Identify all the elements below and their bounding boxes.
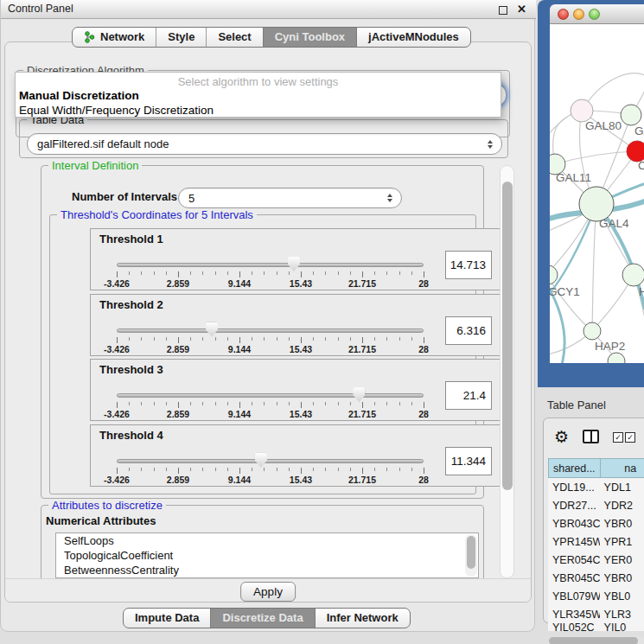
apply-button[interactable]: Apply [240, 582, 296, 602]
threshold-value-field[interactable]: 21.4 [445, 381, 492, 410]
tick-mark [424, 468, 424, 474]
network-node[interactable] [622, 264, 644, 286]
algorithm-placeholder-option[interactable]: Select algorithm to view settings [16, 75, 501, 88]
tick-mark [313, 337, 314, 341]
tick-label: 28 [418, 409, 429, 419]
node-label-c: C [638, 159, 644, 172]
tick-label: -3.426 [104, 278, 130, 289]
table-cell: YDR27... [548, 496, 600, 514]
table-cell: YDL19... [548, 478, 600, 496]
table-row[interactable]: YBL079WYBL0 [548, 587, 644, 605]
tick-mark [374, 468, 375, 471]
threshold-panel-3: Threshold 3-3.4262.8599.14415.4321.71528… [90, 359, 505, 421]
tab-cyni-toolbox[interactable]: Cyni Toolbox [263, 28, 356, 47]
number-of-intervals-combobox[interactable]: 5 [178, 188, 402, 208]
table-row[interactable]: YDL19...YDL1 [548, 478, 644, 496]
tick-mark [374, 337, 375, 341]
tick-label: 2.859 [167, 475, 189, 485]
tab-discretize-data[interactable]: Discretize Data [210, 609, 314, 628]
table-header-row: shared...na [548, 458, 644, 478]
tick-mark [350, 468, 351, 471]
slider-thumb[interactable] [353, 387, 365, 402]
float-window-icon[interactable] [499, 6, 507, 15]
tick-mark [227, 402, 228, 405]
list-scrollbar[interactable] [465, 534, 477, 577]
network-canvas[interactable]: GAL80GACGAL11GAL4GCY1HHAP2 [550, 24, 644, 363]
table-cell: YDR2 [600, 496, 644, 514]
threshold-value-field[interactable]: 6.316 [445, 316, 492, 345]
algorithm-option-equal-width-frequency-discretization[interactable]: Equal Width/Frequency Discretization [19, 104, 214, 117]
tab-impute-data[interactable]: Impute Data [124, 609, 210, 628]
table-row[interactable]: YBR045CYBR0 [548, 569, 644, 587]
tick-mark [424, 271, 424, 277]
threshold-panel-2: Threshold 2-3.4262.8599.14415.4321.71528… [90, 294, 505, 356]
tick-mark [202, 402, 203, 405]
checkbox-icon[interactable]: ✓ [613, 432, 623, 443]
slider-thumb[interactable] [288, 257, 300, 271]
network-node[interactable] [579, 187, 614, 221]
combo-arrows-icon [387, 194, 392, 202]
slider-track[interactable] [117, 459, 424, 463]
tick-mark [129, 468, 130, 471]
tick-label: 21.715 [348, 278, 376, 289]
content-scrollbar[interactable] [500, 165, 514, 578]
table-hscrollbar[interactable] [548, 636, 644, 644]
tick-mark [325, 402, 326, 405]
tab-style[interactable]: Style [156, 28, 206, 47]
table-row[interactable]: YPR145WYPR1 [548, 532, 644, 551]
gear-icon[interactable]: ⚙ [554, 426, 569, 447]
table-cell: YPR145W [548, 532, 600, 551]
tab-select[interactable]: Select [206, 28, 262, 47]
interval-definition-group: Interval Definition Number of Intervals … [41, 165, 484, 499]
column-header-2[interactable]: na [600, 458, 644, 478]
close-traffic-light-icon[interactable] [558, 9, 569, 20]
table-row[interactable]: YBR043CYBR0 [548, 514, 644, 532]
tick-mark [178, 402, 179, 408]
table-cell: YER0 [600, 551, 644, 569]
tab-infer-network[interactable]: Infer Network [315, 609, 410, 628]
slider-track[interactable] [117, 263, 424, 267]
tick-mark [374, 402, 375, 405]
network-node[interactable] [621, 105, 641, 125]
minimize-traffic-light-icon[interactable] [573, 9, 584, 20]
zoom-traffic-light-icon[interactable] [589, 9, 600, 20]
threshold-value-field[interactable]: 11.344 [445, 447, 492, 475]
close-icon[interactable]: ✕ [517, 2, 526, 17]
tab-jactivemnodules[interactable]: jActiveMNodules [356, 28, 470, 47]
cyni-toolbox-content: Discretization Algorithm Select algorith… [4, 41, 532, 603]
tick-mark [202, 468, 203, 471]
tick-mark [313, 402, 314, 405]
table-cell: YBL079W [548, 587, 600, 605]
tick-mark [178, 468, 179, 474]
table-row[interactable]: YDR27...YDR2 [548, 496, 644, 514]
threshold-value-field[interactable]: 14.713 [445, 251, 492, 279]
slider-track[interactable] [117, 328, 424, 333]
algorithm-option-manual-discretization[interactable]: Manual Discretization [19, 89, 139, 102]
control-panel-window: Control Panel ✕ NetworkStyleSelectCyni T… [0, 0, 535, 632]
table-cell: YDL1 [600, 478, 644, 496]
threshold-label: Threshold 3 [99, 363, 163, 376]
checkbox-icon[interactable]: ✓ [625, 432, 635, 443]
network-window-titlebar [550, 4, 644, 24]
table-row[interactable]: YER054CYER0 [548, 551, 644, 569]
tick-mark [301, 402, 302, 408]
slider-thumb[interactable] [255, 453, 267, 468]
table-data-combobox[interactable]: galFiltered.sif default node [27, 133, 502, 155]
network-node[interactable] [608, 353, 625, 363]
column-header-1[interactable]: shared... [548, 458, 600, 478]
tab-network[interactable]: Network [73, 28, 156, 47]
attribute-item-selfloops[interactable]: SelfLoops [56, 533, 478, 548]
split-columns-icon[interactable] [583, 430, 599, 443]
attribute-item-betweennesscentrality[interactable]: BetweennessCentrality [56, 563, 478, 577]
table-row[interactable]: YLR345WYLR3 [548, 605, 644, 623]
network-window-frame[interactable]: GAL80GACGAL11GAL4GCY1HHAP2 [538, 0, 644, 387]
numerical-attributes-list[interactable]: SelfLoopsTopologicalCoefficientBetweenne… [55, 532, 479, 578]
network-node[interactable] [583, 322, 601, 340]
tick-mark [190, 271, 191, 275]
attribute-item-topologicalcoefficient[interactable]: TopologicalCoefficient [56, 548, 478, 563]
table-panel-title: Table Panel [547, 399, 606, 411]
slider-thumb[interactable] [206, 322, 218, 337]
slider-track[interactable] [117, 393, 424, 398]
table-row[interactable]: YIL052CYIL0 [548, 623, 644, 631]
network-node[interactable] [550, 265, 558, 284]
